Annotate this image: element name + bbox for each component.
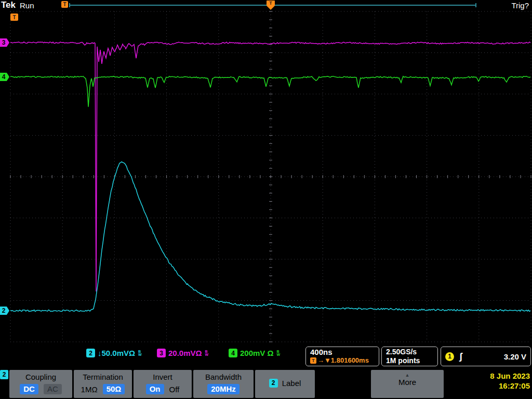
trigger-source-icon: T: [61, 1, 68, 8]
invert-off-option[interactable]: Off: [169, 385, 180, 394]
graticule-grid: [10, 11, 531, 342]
coupling-title: Coupling: [9, 373, 72, 381]
coupling-dc-option[interactable]: DC: [20, 384, 38, 394]
more-up-arrow-icon: ▲: [371, 373, 444, 378]
trigger-status: Trig?: [511, 1, 529, 10]
trigger-left-marker[interactable]: T: [10, 14, 18, 21]
termination-button[interactable]: Termination 1MΩ 50Ω: [74, 370, 132, 398]
more-button-text: More: [371, 378, 444, 387]
more-button[interactable]: ▲ More: [371, 370, 444, 398]
channel-3-scale: 20.0mVΩ: [168, 349, 202, 357]
acquisition-status: Run: [20, 1, 34, 10]
termination-title: Termination: [74, 373, 132, 381]
label-button[interactable]: 2 Label: [255, 370, 315, 398]
bandwidth-limit-icon: B W: [205, 350, 209, 356]
channel-3-badge: 3: [157, 349, 166, 357]
trigger-position-label: T: [267, 1, 275, 6]
bandwidth-20mhz-option[interactable]: 20MHz: [207, 384, 240, 394]
trigger-readout: 1 ʃ 3.20 V: [441, 347, 531, 366]
channel-3-readout: 3 20.0mVΩ B W: [157, 349, 208, 357]
bandwidth-limit-icon: B W: [138, 350, 142, 356]
oscilloscope-screen: { "header": {"logo": "Tek", "status": "R…: [0, 0, 532, 399]
label-channel-badge: 2: [269, 379, 278, 388]
coupling-ac-option[interactable]: AC: [44, 384, 62, 394]
trigger-position-arrow-icon: [267, 6, 275, 10]
trigger-source-badge: 1: [445, 352, 454, 361]
sample-rate: 2.50GS/s: [386, 348, 433, 356]
invert-button[interactable]: Invert On Off: [134, 370, 192, 398]
acquisition-readout: 2.50GS/s 1M points: [381, 347, 438, 366]
invert-title: Invert: [134, 373, 192, 381]
trigger-level: 3.20 V: [504, 352, 526, 361]
trigger-delay-icon: T: [310, 357, 316, 364]
trigger-position-marker[interactable]: T: [267, 1, 275, 10]
menu-channel-badge: 2: [0, 370, 8, 379]
channel-4-badge: 4: [229, 349, 237, 357]
waveform-display: [0, 0, 532, 399]
date-text: 8 Jun 2023: [490, 371, 530, 381]
channel-2-readout: 2 ↓50.0mVΩ B W: [86, 349, 142, 357]
invert-on-option[interactable]: On: [146, 384, 164, 394]
channel-4-readout: 4 200mV Ω B W: [229, 349, 280, 357]
datetime-display: 8 Jun 2023 16:27:05: [490, 371, 530, 391]
channel-2-scale: ↓50.0mVΩ: [98, 349, 135, 357]
label-button-text: Label: [282, 379, 301, 388]
record-view-right-cap: [475, 3, 476, 7]
record-view-left-cap: [69, 3, 70, 7]
record-length: 1M points: [386, 356, 433, 365]
tek-logo: Tek: [1, 0, 16, 10]
termination-50ohm-option[interactable]: 50Ω: [103, 384, 125, 394]
horizontal-readout: 400ns T →▼1.801600ms: [305, 347, 379, 366]
timebase-scale: 400ns: [310, 348, 375, 356]
termination-1m-option[interactable]: 1MΩ: [81, 385, 98, 394]
channel-2-badge: 2: [86, 349, 95, 357]
trigger-slope-icon: ʃ: [459, 351, 462, 362]
bandwidth-title: Bandwidth: [193, 373, 254, 381]
time-text: 16:27:05: [490, 381, 530, 391]
channel-4-scale: 200mV Ω: [240, 349, 274, 357]
bandwidth-limit-icon: B W: [277, 350, 281, 356]
coupling-button[interactable]: Coupling DC AC: [9, 370, 72, 398]
trigger-delay-value: →▼1.801600ms: [317, 356, 369, 364]
bandwidth-button[interactable]: Bandwidth 20MHz: [193, 370, 254, 398]
